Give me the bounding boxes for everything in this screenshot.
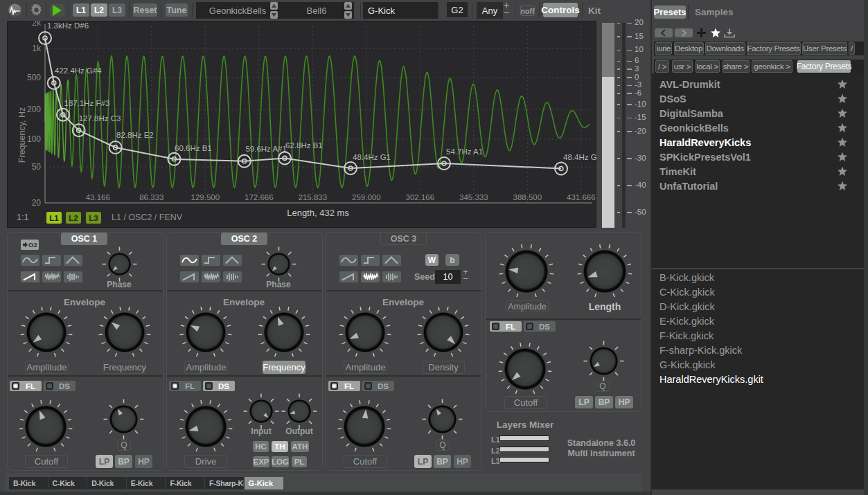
svg-text:215.833: 215.833 (299, 193, 328, 201)
svg-text:302.166: 302.166 (406, 193, 435, 201)
svg-text:48.4Hz G1: 48.4Hz G1 (353, 153, 391, 161)
svg-text:62.8Hz B1: 62.8Hz B1 (285, 141, 323, 150)
svg-text:86.333: 86.333 (139, 193, 163, 201)
svg-text:422.4Hz G#4: 422.4Hz G#4 (55, 66, 102, 75)
svg-text:388.500: 388.500 (513, 193, 542, 201)
svg-text:259.000: 259.000 (352, 193, 381, 201)
svg-text:20: 20 (32, 198, 42, 208)
svg-text:129.500: 129.500 (191, 193, 220, 201)
svg-text:Frequency, Hz: Frequency, Hz (17, 107, 27, 163)
svg-text:82.8Hz E2: 82.8Hz E2 (116, 131, 154, 139)
svg-text:54.7Hz A1: 54.7Hz A1 (446, 147, 483, 156)
svg-text:60.6Hz B1: 60.6Hz B1 (175, 144, 212, 152)
svg-text:59.6Hz A#1: 59.6Hz A#1 (245, 145, 286, 153)
svg-text:43.166: 43.166 (86, 193, 110, 201)
svg-text:2k: 2k (32, 21, 42, 28)
svg-text:127.8Hz C3: 127.8Hz C3 (79, 114, 121, 123)
svg-text:200: 200 (27, 105, 41, 114)
svg-text:431.666: 431.666 (567, 193, 596, 201)
svg-text:48.4Hz G1: 48.4Hz G1 (563, 153, 596, 161)
svg-text:172.666: 172.666 (245, 193, 274, 201)
svg-text:50: 50 (32, 162, 42, 172)
svg-text:O2: O2 (28, 241, 37, 249)
svg-text:187.1Hz F#3: 187.1Hz F#3 (64, 99, 110, 107)
svg-text:100: 100 (27, 134, 41, 144)
svg-text:1.3kHz D#6: 1.3kHz D#6 (47, 21, 89, 30)
svg-text:1k: 1k (32, 44, 42, 53)
svg-text:500: 500 (27, 73, 41, 82)
svg-text:345.333: 345.333 (459, 193, 488, 201)
